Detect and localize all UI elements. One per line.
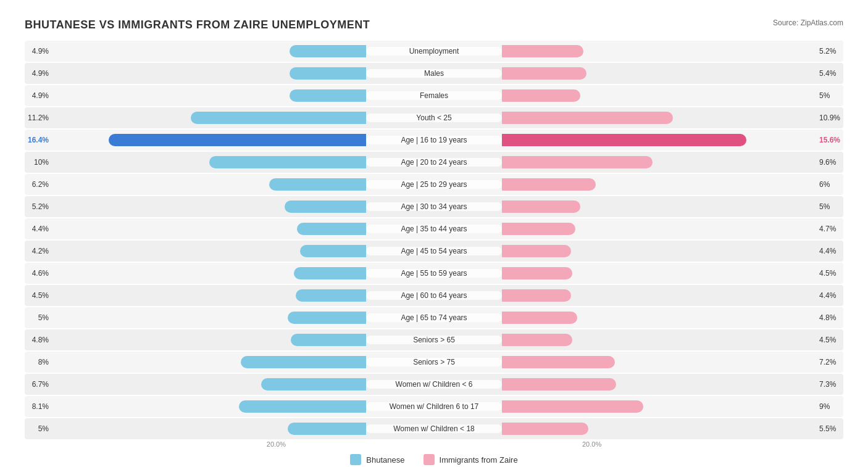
right-value: 5%: [816, 202, 843, 211]
right-bar: [502, 156, 653, 168]
right-bar-wrap: [502, 266, 816, 281]
table-row: 5% Age | 65 to 74 years 4.8%: [25, 307, 843, 328]
left-bar-wrap: [52, 399, 366, 414]
left-value: 16.4%: [25, 136, 52, 144]
table-row: 8.1% Women w/ Children 6 to 17 9%: [25, 396, 843, 417]
left-bar: [294, 267, 366, 279]
legend-label-left: Bhutanese: [366, 455, 404, 465]
left-bar: [290, 89, 366, 102]
left-bar: [291, 334, 366, 346]
right-value: 9.6%: [816, 158, 843, 167]
center-label: Age | 35 to 44 years: [366, 225, 502, 233]
table-row: 4.6% Age | 55 to 59 years 4.5%: [25, 263, 843, 284]
center-label: Seniors > 75: [366, 358, 502, 366]
right-bar-wrap: [502, 199, 816, 214]
right-bar-wrap: [502, 88, 816, 103]
table-row: 4.2% Age | 45 to 54 years 4.4%: [25, 241, 843, 262]
left-section: 4.2%: [25, 244, 366, 258]
right-bar-wrap: [502, 66, 816, 81]
left-value: 4.4%: [25, 225, 52, 233]
right-bar: [502, 45, 583, 57]
left-section: 4.6%: [25, 266, 366, 281]
left-bar-wrap: [52, 310, 366, 325]
center-label: Unemployment: [366, 47, 502, 56]
chart-source: Source: ZipAtlas.com: [773, 19, 843, 27]
center-label: Women w/ Children 6 to 17: [366, 402, 502, 411]
left-value: 10%: [25, 158, 52, 167]
left-bar: [290, 67, 366, 80]
right-value: 4.4%: [816, 291, 843, 300]
left-bar: [241, 356, 366, 368]
right-value: 5.4%: [816, 69, 843, 78]
right-section: 4.4%: [502, 288, 843, 303]
left-bar: [109, 134, 366, 146]
center-label: Youth < 25: [366, 114, 502, 122]
left-bar-wrap: [52, 288, 366, 303]
table-row: 11.2% Youth < 25 10.9%: [25, 107, 843, 128]
right-value: 5.5%: [816, 424, 843, 433]
left-value: 8%: [25, 358, 52, 366]
left-bar-wrap: [52, 421, 366, 436]
right-section: 6%: [502, 177, 843, 192]
left-bar: [285, 200, 366, 213]
center-label: Seniors > 65: [366, 336, 502, 344]
right-bar: [502, 334, 572, 346]
left-section: 6.2%: [25, 177, 366, 192]
right-value: 5%: [816, 91, 843, 100]
center-label: Women w/ Children < 6: [366, 380, 502, 389]
right-value: 4.7%: [816, 225, 843, 233]
right-value: 9%: [816, 402, 843, 411]
left-value: 5%: [25, 424, 52, 433]
left-value: 5%: [25, 313, 52, 322]
center-label: Males: [366, 69, 502, 78]
right-bar: [502, 200, 580, 213]
right-section: 5.5%: [502, 421, 843, 436]
center-label: Age | 55 to 59 years: [366, 269, 502, 278]
left-section: 11.2%: [25, 110, 366, 125]
left-section: 16.4%: [25, 133, 366, 147]
left-bar: [296, 289, 366, 302]
left-bar-wrap: [52, 133, 366, 147]
right-bar-wrap: [502, 221, 816, 236]
left-section: 4.5%: [25, 288, 366, 303]
center-label: Women w/ Children < 18: [366, 424, 502, 433]
table-row: 6.2% Age | 25 to 29 years 6%: [25, 174, 843, 195]
right-bar-wrap: [502, 377, 816, 392]
table-row: 5% Women w/ Children < 18 5.5%: [25, 418, 843, 439]
left-section: 4.4%: [25, 221, 366, 236]
table-row: 4.4% Age | 35 to 44 years 4.7%: [25, 218, 843, 239]
left-bar-wrap: [52, 44, 366, 59]
left-section: 5.2%: [25, 199, 366, 214]
left-bar-wrap: [52, 66, 366, 81]
right-value: 15.6%: [816, 136, 843, 144]
right-bar-wrap: [502, 421, 816, 436]
left-section: 8.1%: [25, 399, 366, 414]
right-section: 7.3%: [502, 377, 843, 392]
center-label: Age | 16 to 19 years: [366, 136, 502, 144]
left-bar-wrap: [52, 377, 366, 392]
left-bar: [269, 178, 366, 191]
right-value: 4.8%: [816, 313, 843, 322]
right-section: 7.2%: [502, 355, 843, 370]
left-section: 5%: [25, 421, 366, 436]
left-bar: [290, 45, 366, 57]
right-bar: [502, 245, 571, 257]
left-bar-wrap: [52, 110, 366, 125]
left-value: 4.8%: [25, 336, 52, 344]
right-section: 5.2%: [502, 44, 843, 59]
right-section: 10.9%: [502, 110, 843, 125]
center-label: Age | 25 to 29 years: [366, 180, 502, 189]
right-bar: [502, 223, 575, 235]
left-bar-wrap: [52, 88, 366, 103]
right-section: 4.8%: [502, 310, 843, 325]
right-section: 9%: [502, 399, 843, 414]
left-bar: [239, 400, 366, 413]
left-bar-wrap: [52, 355, 366, 370]
axis-label-left: 20.0%: [25, 440, 366, 448]
right-bar: [502, 134, 746, 146]
left-bar-wrap: [52, 221, 366, 236]
right-bar-wrap: [502, 155, 816, 170]
table-row: 4.5% Age | 60 to 64 years 4.4%: [25, 285, 843, 306]
right-section: 5%: [502, 88, 843, 103]
right-bar-wrap: [502, 355, 816, 370]
